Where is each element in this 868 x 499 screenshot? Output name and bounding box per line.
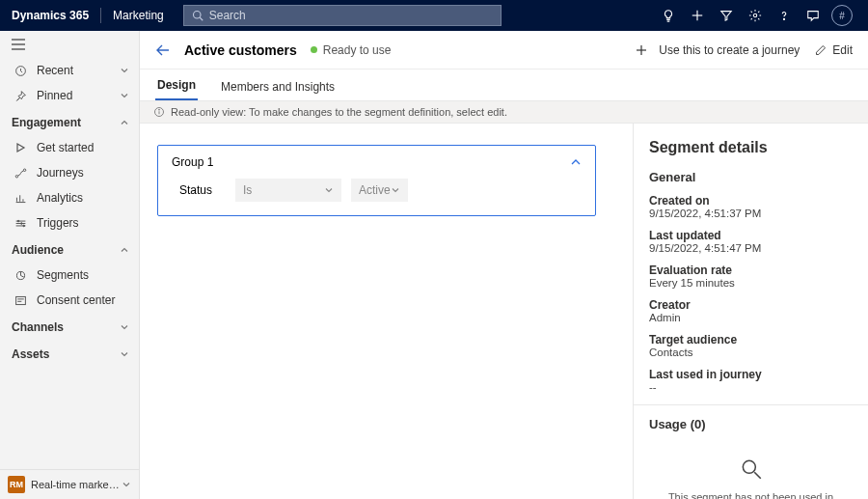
evaluation-rate-label: Evaluation rate (649, 263, 853, 277)
svg-point-5 (783, 18, 784, 19)
pin-icon (12, 90, 29, 102)
brand-label[interactable]: Dynamics 365 (12, 9, 100, 22)
chevron-down-icon (120, 322, 129, 332)
sidebar-item-pinned[interactable]: Pinned (0, 83, 139, 108)
journey-icon (12, 167, 29, 180)
chevron-down-icon (391, 185, 400, 195)
global-nav: Dynamics 365 Marketing Search # (0, 0, 868, 31)
chevron-down-icon (324, 185, 334, 195)
search-empty-icon (739, 457, 764, 482)
sidebar-item-recent[interactable]: Recent (0, 58, 139, 83)
svg-rect-16 (15, 296, 25, 304)
usage-empty-state: This segment has not been used in journe… (649, 441, 853, 499)
readonly-info-bar: Read-only view: To make changes to the s… (140, 100, 868, 124)
creator-value: Admin (649, 312, 853, 323)
segment-group: Group 1 Status Is Active (157, 145, 596, 216)
area-label: Real-time marketi... (31, 479, 122, 490)
status-badge: Ready to use (311, 43, 392, 57)
operator-select[interactable]: Is (235, 179, 341, 202)
last-used-value: -- (649, 381, 853, 393)
usage-heading: Usage (0) (649, 417, 853, 431)
svg-point-10 (15, 175, 17, 177)
target-audience-value: Contacts (649, 347, 853, 358)
filter-icon[interactable] (712, 0, 741, 31)
segment-details-pane: Segment details General Created on9/15/2… (633, 124, 868, 499)
app-label[interactable]: Marketing (113, 9, 183, 22)
sidebar-area-switcher[interactable]: RM Real-time marketi... (0, 469, 139, 499)
command-bar: Active customers Ready to use Use this t… (140, 31, 868, 69)
chevron-down-icon (120, 349, 129, 359)
last-updated-label: Last updated (649, 229, 853, 242)
play-icon (12, 142, 29, 153)
sidebar-item-consent-center[interactable]: Consent center (0, 288, 139, 313)
last-updated-value: 9/15/2022, 4:51:47 PM (649, 242, 853, 254)
area-badge: RM (8, 476, 25, 493)
condition-attribute: Status (179, 183, 226, 197)
segments-icon (12, 269, 29, 282)
svg-point-22 (743, 460, 755, 473)
page-tabs: Design Members and Insights (140, 69, 868, 100)
chevron-down-icon (120, 66, 129, 75)
triggers-icon (12, 217, 29, 230)
clock-icon (12, 65, 29, 77)
lightbulb-icon[interactable] (654, 0, 683, 31)
sidebar-section-engagement[interactable]: Engagement (0, 108, 139, 135)
chevron-up-icon (120, 245, 129, 255)
general-heading: General (649, 170, 853, 184)
condition-row: Status Is Active (172, 179, 582, 202)
details-heading: Segment details (649, 139, 853, 156)
tab-members-insights[interactable]: Members and Insights (219, 72, 337, 100)
edit-button[interactable]: Edit (815, 43, 853, 57)
sidebar-toggle[interactable] (0, 31, 139, 58)
group-title: Group 1 (172, 155, 570, 169)
sidebar-item-triggers[interactable]: Triggers (0, 210, 139, 236)
info-icon (153, 106, 165, 118)
svg-line-23 (754, 472, 761, 479)
svg-point-21 (159, 109, 160, 110)
search-placeholder: Search (209, 9, 246, 22)
svg-point-14 (22, 225, 24, 227)
created-on-value: 9/15/2022, 4:51:37 PM (649, 208, 853, 219)
evaluation-rate-value: Every 15 minutes (649, 277, 853, 289)
sidebar-section-audience[interactable]: Audience (0, 236, 139, 263)
page-title: Active customers (184, 42, 297, 58)
back-button[interactable] (155, 43, 171, 57)
status-dot-icon (311, 46, 317, 53)
svg-point-12 (17, 220, 19, 222)
details-divider (634, 404, 868, 405)
chevron-down-icon (120, 91, 129, 100)
svg-point-4 (753, 14, 757, 17)
settings-icon[interactable] (741, 0, 770, 31)
create-journey-button[interactable]: Use this to create a journey (636, 43, 800, 57)
user-avatar[interactable]: # (827, 0, 856, 31)
help-icon[interactable] (770, 0, 799, 31)
tab-design[interactable]: Design (155, 70, 198, 100)
sidebar-item-analytics[interactable]: Analytics (0, 185, 139, 210)
sidebar-item-segments[interactable]: Segments (0, 263, 139, 288)
svg-point-11 (23, 169, 25, 171)
analytics-icon (12, 192, 29, 205)
svg-point-13 (20, 222, 22, 224)
value-select[interactable]: Active (351, 179, 408, 202)
chat-icon[interactable] (799, 0, 827, 31)
target-audience-label: Target audience (649, 333, 853, 347)
plus-icon (636, 44, 653, 56)
sidebar-section-channels[interactable]: Channels (0, 313, 139, 340)
svg-line-1 (200, 17, 203, 20)
main-content: Active customers Ready to use Use this t… (140, 31, 868, 499)
consent-icon (12, 294, 29, 307)
segment-canvas: Group 1 Status Is Active (140, 124, 633, 499)
brand-divider (100, 8, 101, 23)
group-collapse-button[interactable] (570, 156, 582, 168)
site-sidebar: Recent Pinned Engagement Get started Jou… (0, 31, 140, 499)
svg-point-0 (193, 12, 201, 19)
pencil-icon (815, 44, 827, 56)
sidebar-item-get-started[interactable]: Get started (0, 135, 139, 160)
sidebar-section-assets[interactable]: Assets (0, 340, 139, 367)
creator-label: Creator (649, 298, 853, 312)
last-used-label: Last used in journey (649, 368, 853, 381)
sidebar-item-journeys[interactable]: Journeys (0, 160, 139, 185)
global-search[interactable]: Search (183, 5, 502, 26)
add-icon[interactable] (683, 0, 712, 31)
chevron-down-icon (122, 480, 131, 489)
